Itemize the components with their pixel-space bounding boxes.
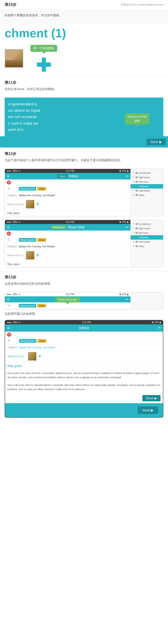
inbox-tab[interactable]: Inbox [58,174,68,178]
large-attach-row: Attachment (1) + [5,351,163,362]
step13-desc2: 这是撰写窗口的效果图。 [5,312,163,316]
tree-item-compose-2[interactable]: 👁 compose [131,235,163,240]
subject-text-read: Babies Are Coming, Get Ready! [19,245,55,248]
tree-label-read: read email [139,190,150,192]
hamburger-icon[interactable]: ☰ [7,174,10,178]
large-to-label: To [8,339,19,342]
corner-tr [45,62,46,64]
add-icon-callout: 画一个添加图标 [30,45,57,52]
attachment-row-read: Attachment (1) + [5,250,130,261]
close-btn-row: ✕ [5,180,130,186]
sender1-badge: Bang Syahid [19,187,36,191]
compose-white[interactable]: ✏ [126,298,128,301]
large-compose-phone: ●●●○ BELL ▾ 4:21 PM ✱ 22% ▮ ☰ Inbox ✏ ✕ … [5,320,163,418]
tree-item-left[interactable]: 👁 left menu [131,180,163,184]
tree-item-inbox-2[interactable]: 👁 inbox [131,244,163,248]
step13-header: 第13步 这是使用白色的状态栏后的效果图。 [0,271,168,292]
folder-inbox [136,194,138,196]
photo-thumbnail [5,49,23,68]
read-tab-area: Read Mail Read Mail [51,225,85,229]
tree-label-left-2: left menu [139,232,148,234]
eye-icon-4: 👁 [132,185,135,187]
phone-left-read: ●●●○ BELL ▾ 4:21 PM ✱ 22% ▮ ☰ Read Mail … [5,220,130,267]
time-read: 4:21 PM [66,221,74,223]
attach-plus-icon[interactable]: + [36,201,39,207]
step10-section: 绘制两个重叠的矩形形状，作为加号图标。 [0,10,168,24]
large-hamburger[interactable]: ☰ [7,326,10,330]
subject-text: Babies Are Coming, Get Ready! [19,194,55,197]
large-send-label: Send [146,396,153,400]
eye-icon-r5: 👁 [132,240,135,243]
close-button-read[interactable]: ✕ [7,232,11,236]
tree-item-read-2[interactable]: 👁 read email [131,240,163,244]
phone-left-inbox: ●●●○ BELL ▾ 4:21 PM ✱ 22% ▮ ☰ Inbox Inbo… [5,169,130,216]
hamburger-white[interactable]: ☰ [7,298,10,301]
tree-label-inbox-2: inbox [139,245,144,248]
step12-section: 第12步 当处于收件箱或个人邮件界面时都可以打开此撰写窗口。关键在于显示和隐藏相… [0,148,168,268]
sender2-badge: Jihad [37,187,46,191]
white-status-bar: ●●●○ BELL ▾ 4:21 PM ✱ 22% ▮ [5,292,130,296]
tree-item-right-2[interactable]: 👁 right menu [131,226,163,231]
compose-icon-read[interactable]: ✏ [126,226,128,229]
large-send-button[interactable]: Send ▶ [142,395,160,401]
hamburger-icon-read[interactable]: ☰ [7,226,10,229]
large-send-row: Send ▶ [5,393,163,403]
step10-desc: 绘制两个重叠的矩形形状，作为加号图标。 [5,13,163,18]
eye-icon-r6: 👁 [132,245,135,247]
send-callout-bubble: 添加Send文字和图标 [125,113,149,127]
battery-read: ✱ 22% ▮ [119,221,128,223]
callout-nav-area: ☰ Inbox ✏ White status bar. [5,296,130,302]
send-button[interactable]: Send ▶ [146,138,166,145]
attach-plus-icon-read[interactable]: + [36,252,39,258]
step10-title: 第10步 [5,2,16,7]
send-arrow-icon: ▶ [159,140,162,144]
step12-desc: 当处于收件箱或个人邮件界面时都可以打开此撰写窗口。关键在于显示和隐藏相应的层。 [5,158,163,162]
inbox-title: Inbox [69,174,78,178]
tree-label-ios: ios element [139,172,151,174]
tree-item-inbox[interactable]: 👁 inbox [131,193,163,198]
plus-icon-wrapper: 画一个添加图标 [30,45,57,72]
bottom-send-btn[interactable]: Send ▶ [138,406,158,414]
close-button[interactable]: ✕ [7,180,11,184]
page-wrapper: 第10步 思维设计论坛 www.hoobyunn.com 绘制两个重叠的矩形形状… [0,0,168,418]
step11-title: 第11步 [5,80,163,85]
tree-item-ios-2[interactable]: 👁 ios element [131,222,163,226]
large-sender1: Bang Syahid [19,339,36,343]
tree-item-right[interactable]: 👁 right menu [131,175,163,180]
tree-label-right-2: right menu [139,227,150,230]
hey-guys-text: Hey, guys. [5,210,130,216]
tree-label-right: right menu [139,176,150,179]
large-sender2: Jihad [37,339,46,343]
send-callout-text: 添加Send文字和图标 [125,113,149,124]
large-close-btn[interactable]: ✕ [7,332,11,337]
eye-icon-r2: 👁 [132,227,135,230]
large-status-bar: ●●●○ BELL ▾ 4:21 PM ✱ 22% ▮ [5,320,163,324]
eye-icon-r4: 👁 [132,236,135,238]
tree-item-read[interactable]: 👁 read email [131,188,163,193]
attachment-label: Attachment (1) [7,203,24,206]
read-mail-tab[interactable]: Read Mail [51,226,66,229]
large-attach-plus[interactable]: + [38,353,41,359]
folder-compose-2 [136,236,138,238]
step11-desc: 添加文本Send，并在它旁边添加图标。 [5,87,163,91]
tree-item-ios[interactable]: 👁 ios element [131,171,163,175]
tree-item-left-2[interactable]: 👁 left menu [131,231,163,235]
step11-section: 第11步 添加文本Send，并在它旁边添加图标。 n reprehenderit… [0,76,168,148]
sender1-badge-read: Bang Syahid [19,238,36,242]
phone-read-mail: ●●●○ BELL ▾ 4:21 PM ✱ 22% ▮ ☰ Read Mail … [5,220,163,268]
right-panel-white [130,292,163,309]
folder-read [136,190,138,192]
large-signal: ●●●○ BELL ▾ [7,321,21,324]
to-label: To [7,187,19,190]
close-btn-row-read: ✕ [5,230,130,236]
tree-label-compose: compose [139,185,148,188]
eye-icon-6: 👁 [132,194,135,196]
status-bar-read: ●●●○ BELL ▾ 4:21 PM ✱ 22% ▮ [5,220,130,224]
inbox-tab-area: Inbox Inbox [58,174,78,178]
compose-icon[interactable]: ✏ [126,174,128,178]
large-compose-icon[interactable]: ✏ [158,326,161,330]
tree-item-compose[interactable]: 👁 compose [131,184,163,188]
large-subject-text: Babies Are Coming, Get Ready! [19,346,56,349]
tree-label-left: left menu [139,180,148,183]
large-body-text-1: Duis aute irure dolor sit amet, consecte… [5,369,163,381]
